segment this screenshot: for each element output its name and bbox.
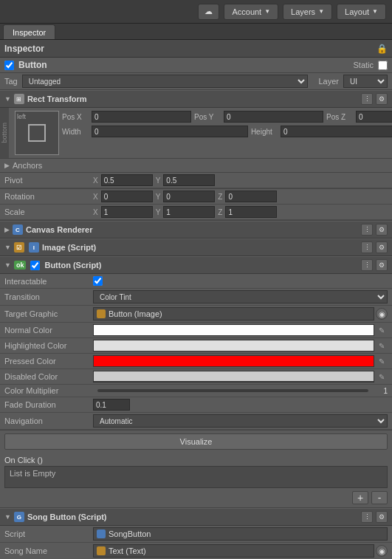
rect-transform-arrow-icon: ▼: [4, 95, 11, 103]
inspector-panel: Inspector 🔒 Button Static Tag Untagged L…: [0, 40, 392, 559]
layout-arrow-icon: ▼: [372, 8, 378, 15]
song-button-script-header[interactable]: ▼ G Song Button (Script) ⋮ ⚙: [0, 508, 392, 526]
image-script-header[interactable]: ▼ ☑ I Image (Script) ⋮ ⚙: [0, 239, 392, 256]
navigation-select[interactable]: Automatic: [93, 414, 388, 428]
button-script-menu-icon[interactable]: ⋮: [361, 259, 373, 271]
image-script-icon2: I: [29, 242, 39, 253]
onclick-remove-button[interactable]: -: [371, 491, 388, 504]
pos-z-label: Pos Z: [326, 113, 353, 121]
rot-x-input[interactable]: [101, 191, 153, 202]
height-label: Height: [251, 128, 278, 136]
scale-label: Scale: [4, 208, 93, 216]
tag-layer-row: Tag Untagged Layer UI: [0, 73, 392, 90]
song-button-script-settings-icon[interactable]: ⚙: [376, 511, 388, 523]
tab-inspector-label: Inspector: [13, 28, 46, 37]
interactable-row: Interactable: [0, 274, 392, 289]
normal-color-picker-icon[interactable]: ✎: [376, 324, 388, 336]
scale-xyz: X Y Z: [93, 206, 388, 218]
anchors-label: Anchors: [13, 161, 42, 170]
rect-transform-header[interactable]: ▼ ⊞ Rect Transform ⋮ ⚙: [0, 90, 392, 108]
script-label: Script: [4, 529, 93, 538]
rect-fields: Pos X Pos Y Pos Z Width Height R: [62, 111, 392, 140]
transition-select[interactable]: Color Tint: [93, 290, 388, 303]
layer-select[interactable]: UI: [343, 75, 388, 88]
scale-x-label: X: [93, 208, 98, 216]
color-multiplier-slider[interactable]: [97, 389, 368, 392]
cloud-button[interactable]: ☁: [198, 4, 219, 20]
tag-select[interactable]: Untagged: [22, 75, 309, 88]
account-button[interactable]: Account ▼: [224, 4, 278, 20]
button-script-settings-icon[interactable]: ⚙: [376, 259, 388, 271]
song-name-pick-button[interactable]: ◉: [376, 545, 388, 557]
target-graphic-pick-button[interactable]: ◉: [376, 308, 388, 320]
object-active-checkbox[interactable]: [4, 61, 14, 70]
highlighted-color-label: Highlighted Color: [4, 341, 93, 350]
visualize-button[interactable]: Visualize: [4, 433, 388, 450]
pivot-y-input[interactable]: [163, 174, 215, 186]
script-row: Script SongButton: [0, 526, 392, 543]
tab-inspector[interactable]: Inspector: [3, 24, 55, 39]
inspector-title: Inspector: [4, 44, 372, 54]
canvas-renderer-menu-icon[interactable]: ⋮: [361, 224, 373, 236]
target-graphic-value[interactable]: Button (Image): [93, 307, 374, 320]
width-input[interactable]: [92, 126, 248, 137]
disabled-color-picker-icon[interactable]: ✎: [376, 371, 388, 383]
pressed-color-picker-icon[interactable]: ✎: [376, 355, 388, 367]
fade-duration-input[interactable]: [93, 399, 130, 411]
lock-icon[interactable]: 🔒: [376, 44, 388, 54]
navigation-label: Navigation: [4, 416, 93, 425]
layers-button[interactable]: Layers ▼: [283, 4, 332, 20]
script-value-obj[interactable]: SongButton: [93, 527, 388, 541]
rot-z-label: Z: [218, 193, 222, 201]
song-button-script-content: Script SongButton Song Name Text (Text) …: [0, 526, 392, 559]
song-name-label: Song Name: [4, 546, 93, 555]
pos-z-input[interactable]: [356, 111, 392, 123]
interactable-checkbox[interactable]: [93, 276, 103, 286]
anchors-row[interactable]: ▶ Anchors: [0, 159, 392, 173]
highlighted-color-picker-icon[interactable]: ✎: [376, 340, 388, 351]
onclick-section: On Click () List is Empty + -: [0, 453, 392, 508]
scale-x-input[interactable]: [101, 206, 153, 218]
song-name-value-obj[interactable]: Text (Text): [93, 544, 374, 558]
disabled-color-label: Disabled Color: [4, 372, 93, 381]
height-input[interactable]: [281, 126, 392, 137]
pos-y-label: Pos Y: [194, 113, 221, 121]
pressed-color-swatch[interactable]: [93, 355, 374, 367]
canvas-renderer-settings-icon[interactable]: ⚙: [376, 224, 388, 236]
pos-y-input[interactable]: [224, 111, 323, 123]
scale-z-input[interactable]: [225, 206, 277, 218]
pivot-x-input[interactable]: [101, 174, 153, 186]
song-name-row: Song Name Text (Text) ◉: [0, 543, 392, 559]
scale-y-label: Y: [156, 208, 161, 216]
normal-color-swatch[interactable]: [93, 324, 374, 336]
disabled-color-swatch[interactable]: [93, 371, 374, 383]
button-script-header[interactable]: ▼ ok Button (Script) ⋮ ⚙: [0, 256, 392, 274]
rotation-row: Rotation X Y Z: [0, 189, 392, 205]
static-checkbox[interactable]: [378, 61, 388, 70]
tab-bar: Inspector: [0, 24, 392, 40]
image-script-settings-icon[interactable]: ⚙: [376, 241, 388, 253]
color-multiplier-value: 1: [373, 387, 388, 395]
canvas-renderer-header[interactable]: ▶ C Canvas Renderer ⋮ ⚙: [0, 221, 392, 239]
canvas-renderer-icon: C: [13, 224, 23, 235]
button-script-checkbox[interactable]: [30, 261, 40, 270]
highlighted-color-swatch[interactable]: [93, 340, 374, 351]
rect-transform-settings-icon[interactable]: ⚙: [376, 93, 388, 105]
transition-label: Transition: [4, 292, 93, 301]
pressed-color-row: Pressed Color ✎: [0, 354, 392, 369]
canvas-renderer-arrow-icon: ▶: [4, 226, 10, 233]
layers-arrow-icon: ▼: [318, 8, 324, 15]
object-name: Button: [18, 60, 348, 70]
rot-y-input[interactable]: [163, 191, 215, 202]
onclick-add-button[interactable]: +: [352, 491, 368, 504]
pivot-section: Pivot X Y: [0, 173, 392, 189]
scale-y-input[interactable]: [163, 206, 215, 218]
image-script-menu-icon[interactable]: ⋮: [361, 241, 373, 253]
layout-button[interactable]: Layout ▼: [337, 4, 386, 20]
rot-z-input[interactable]: [225, 191, 277, 202]
pos-x-input[interactable]: [92, 111, 191, 123]
rect-transform-menu-icon[interactable]: ⋮: [361, 93, 373, 105]
song-button-script-menu-icon[interactable]: ⋮: [361, 511, 373, 523]
pivot-y-label: Y: [156, 176, 161, 185]
song-name-icon: [97, 546, 106, 555]
